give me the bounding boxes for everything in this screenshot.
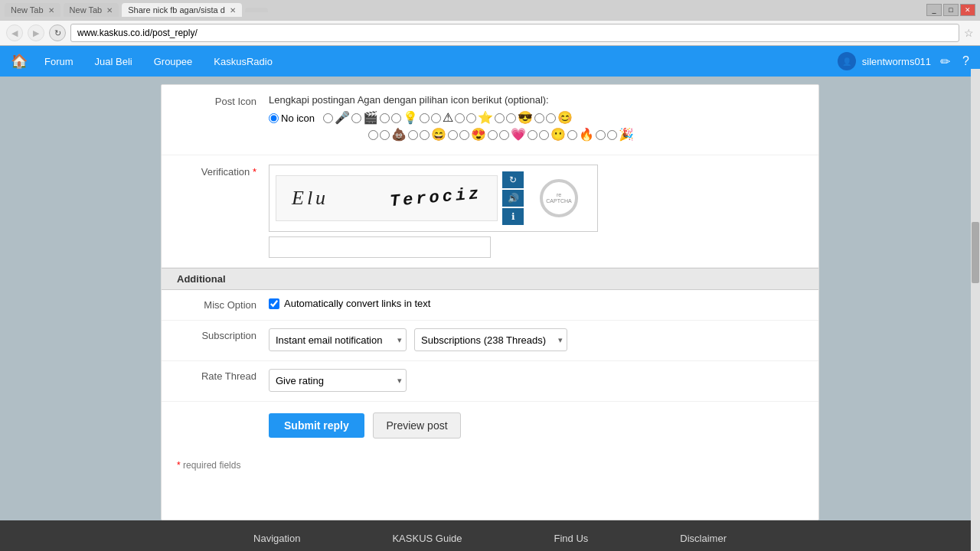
icon-radio-blank5[interactable] [534, 113, 544, 123]
refresh-button[interactable]: ↻ [49, 24, 66, 41]
icon-radio-fire[interactable] [567, 130, 577, 140]
main-wrapper: Post Icon Lengkapi postingan Agan dengan… [0, 77, 980, 520]
icon-radio-happy[interactable] [546, 113, 556, 123]
icon-option-blank9[interactable] [488, 130, 498, 140]
icon-radio-movie[interactable] [351, 113, 361, 123]
footer-find-us: Find Us [554, 533, 589, 544]
icon-radio-blank4[interactable] [495, 113, 505, 123]
icon-option-cool[interactable]: 😎 [506, 112, 533, 124]
icon-option-laugh[interactable]: 😄 [420, 129, 446, 141]
icon-radio-bulb[interactable] [391, 113, 401, 123]
subscription-type-select[interactable]: Instant email notification No email noti… [269, 328, 407, 351]
icon-option-blank2[interactable] [420, 113, 430, 123]
subscription-count-select[interactable]: Subscriptions (238 Threads) All Threads [414, 328, 567, 351]
close-button[interactable]: ✕ [960, 4, 975, 16]
browser-tab-4[interactable] [245, 8, 268, 12]
preview-post-button[interactable]: Preview post [373, 412, 460, 439]
icon-radio-poop[interactable] [380, 130, 390, 140]
icon-radio-blank[interactable] [380, 113, 390, 123]
tab-label-2: New Tab [70, 5, 103, 15]
icon-radio-party[interactable] [607, 130, 617, 140]
nav-jual-beli[interactable]: Jual Beli [84, 46, 143, 77]
icon-option-mic[interactable]: 🎤 [323, 112, 350, 124]
icon-radio-star[interactable] [466, 113, 476, 123]
icon-option-blank5[interactable] [534, 113, 544, 123]
bookmark-icon[interactable]: ☆ [964, 27, 974, 39]
tab-close-1[interactable]: ✕ [48, 6, 54, 15]
icon-radio-warning[interactable] [431, 113, 441, 123]
icon-radio-laugh[interactable] [420, 130, 430, 140]
post-icon-content: Lengkapi postingan Agan dengan pilihan i… [269, 94, 803, 145]
edit-icon[interactable]: ✏ [937, 51, 953, 72]
icon-option-blank4[interactable] [495, 113, 505, 123]
browser-tab-2[interactable]: New Tab ✕ [64, 3, 119, 17]
icon-option-blank8[interactable] [448, 130, 458, 140]
maximize-button[interactable]: □ [943, 4, 959, 16]
captcha-audio-button[interactable]: 🔊 [502, 190, 524, 207]
captcha-refresh-button[interactable]: ↻ [502, 171, 524, 188]
icon-option-happy[interactable]: 😊 [546, 112, 573, 124]
icon-option-blank7[interactable] [408, 130, 418, 140]
icon-option-blank3[interactable] [455, 113, 465, 123]
icon-option-fire[interactable]: 🔥 [567, 129, 594, 141]
scrollbar[interactable] [971, 69, 980, 551]
home-button[interactable]: 🏠 [8, 50, 31, 73]
nav-groupee[interactable]: Groupee [143, 46, 204, 77]
browser-tab-3[interactable]: Share nick fb agan/sista d ✕ [122, 3, 242, 17]
icon-option-blank10[interactable] [528, 130, 537, 140]
icon-option-party[interactable]: 🎉 [607, 129, 634, 141]
footer-find-us-label: Find Us [554, 533, 589, 544]
star-icon: ⭐ [478, 112, 493, 124]
captcha-info-button[interactable]: ℹ [502, 208, 524, 225]
icon-option-bulb[interactable]: 💡 [391, 112, 418, 124]
additional-label: Additional [177, 273, 226, 285]
icon-radio-blank7[interactable] [408, 130, 418, 140]
icon-radio-mic[interactable] [323, 113, 333, 123]
required-text: required fields [183, 460, 240, 471]
icon-radio-blank10[interactable] [528, 130, 537, 140]
party-icon: 🎉 [619, 129, 634, 141]
captcha-container: Elu Terociz ↻ 🔊 ℹ reCAPTCHA [269, 165, 598, 232]
no-icon-label: No icon [281, 112, 315, 124]
address-bar[interactable] [70, 24, 959, 42]
scrollbar-thumb[interactable] [972, 222, 979, 283]
icon-option-star[interactable]: ⭐ [466, 112, 493, 124]
icon-radio-blank11[interactable] [596, 130, 606, 140]
icon-radio-blank2[interactable] [420, 113, 430, 123]
nav-kaskus-radio[interactable]: KaskusRadio [203, 46, 283, 77]
submit-reply-button[interactable]: Submit reply [269, 413, 364, 438]
icon-radio-blank9[interactable] [488, 130, 498, 140]
icon-radio-cool[interactable] [506, 113, 516, 123]
icon-radio-blank3[interactable] [455, 113, 465, 123]
tab-close-2[interactable]: ✕ [106, 6, 113, 15]
icon-option-blank[interactable] [380, 113, 390, 123]
icon-option-movie[interactable]: 🎬 [351, 112, 378, 124]
no-icon-option[interactable]: No icon [269, 112, 315, 124]
icon-radio-blank6[interactable] [368, 130, 378, 140]
forward-button[interactable]: ▶ [28, 24, 44, 41]
icon-option-poop[interactable]: 💩 [380, 129, 407, 141]
icon-radio-blank8[interactable] [448, 130, 458, 140]
auto-convert-checkbox[interactable] [269, 298, 279, 309]
nav-forum[interactable]: Forum [34, 46, 84, 77]
icon-radio-love[interactable] [459, 130, 469, 140]
no-icon-radio[interactable] [269, 113, 279, 123]
icon-radio-heart[interactable] [499, 130, 509, 140]
action-label-spacer [177, 412, 269, 439]
icon-option-blank11[interactable] [596, 130, 606, 140]
verification-content: Elu Terociz ↻ 🔊 ℹ reCAPTCHA [269, 165, 803, 258]
icon-option-warning[interactable]: ⚠ [431, 112, 453, 124]
browser-tab-1[interactable]: New Tab ✕ [5, 3, 60, 17]
minimize-button[interactable]: _ [926, 4, 942, 16]
icon-option-heart[interactable]: 💗 [499, 129, 526, 141]
icon-option-neutral[interactable]: 😶 [539, 129, 566, 141]
subscription-dropdowns: Instant email notification No email noti… [269, 328, 803, 351]
icon-radio-neutral[interactable] [539, 130, 549, 140]
rate-thread-select[interactable]: Give rating 1 - Terrible 2 - Bad 3 - Ave… [269, 369, 407, 392]
captcha-input[interactable] [269, 236, 491, 258]
footer-guide: KASKUS Guide [392, 533, 462, 544]
icon-option-blank6[interactable] [368, 130, 378, 140]
icon-option-love[interactable]: 😍 [459, 129, 486, 141]
tab-close-3[interactable]: ✕ [230, 6, 236, 15]
back-button[interactable]: ◀ [6, 24, 23, 41]
